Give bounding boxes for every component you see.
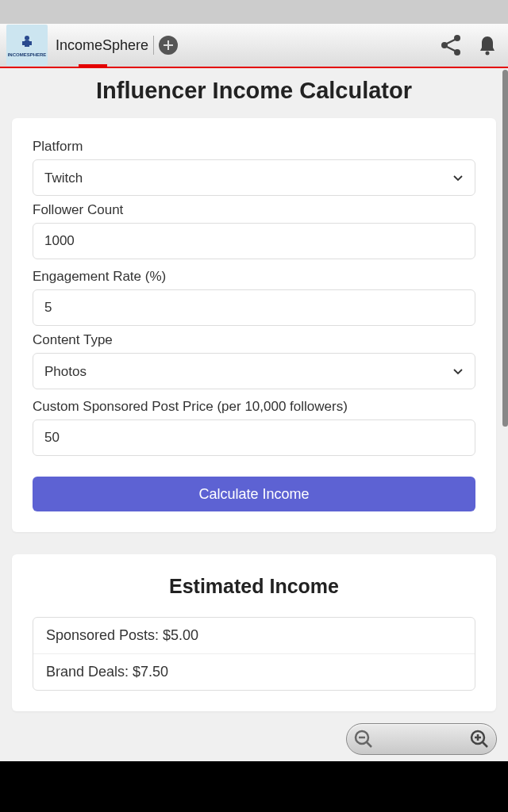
notifications-button[interactable]	[476, 34, 498, 56]
result-item: Sponsored Posts: $5.00	[33, 618, 475, 654]
active-tab-indicator	[79, 64, 107, 68]
page-content: Influencer Income Calculator Platform Tw…	[0, 78, 508, 711]
svg-line-9	[447, 40, 455, 44]
add-button[interactable]	[159, 36, 178, 55]
zoom-control[interactable]	[346, 723, 497, 755]
app-logo[interactable]: INCOMESPHERE	[6, 25, 48, 66]
plus-icon	[163, 40, 174, 51]
platform-label: Platform	[33, 139, 475, 155]
zoom-in-icon	[469, 729, 490, 749]
bottom-nav-bar	[0, 761, 508, 812]
svg-rect-3	[29, 41, 32, 45]
zoom-out-icon	[353, 729, 374, 749]
engagement-rate-label: Engagement Rate (%)	[33, 269, 475, 285]
logo-figure-icon	[17, 33, 37, 52]
follower-count-label: Follower Count	[33, 202, 475, 218]
follower-count-input[interactable]	[33, 223, 475, 259]
status-bar	[0, 0, 508, 24]
logo-text: INCOMESPHERE	[8, 52, 47, 57]
scrollbar[interactable]	[502, 70, 508, 427]
share-button[interactable]	[438, 33, 464, 58]
svg-line-16	[483, 742, 487, 747]
content-type-select[interactable]: Photos	[33, 353, 475, 389]
header-divider	[153, 36, 154, 55]
page-title: Influencer Income Calculator	[12, 78, 496, 104]
results-list: Sponsored Posts: $5.00 Brand Deals: $7.5…	[33, 617, 475, 691]
svg-line-13	[367, 742, 371, 747]
platform-select[interactable]: Twitch	[33, 159, 475, 196]
app-name: IncomeSphere	[52, 37, 148, 54]
svg-line-10	[447, 47, 455, 51]
zoom-out-button[interactable]	[352, 727, 375, 751]
results-title: Estimated Income	[33, 575, 475, 598]
share-icon	[438, 33, 464, 58]
svg-rect-1	[25, 40, 29, 47]
svg-point-0	[25, 36, 29, 40]
zoom-in-button[interactable]	[468, 727, 491, 751]
svg-rect-5	[164, 44, 173, 46]
custom-price-input[interactable]	[33, 419, 475, 456]
engagement-rate-input[interactable]	[33, 289, 475, 326]
app-header: INCOMESPHERE IncomeSphere	[0, 24, 508, 68]
custom-price-label: Custom Sponsored Post Price (per 10,000 …	[33, 399, 475, 415]
results-card: Estimated Income Sponsored Posts: $5.00 …	[12, 554, 496, 711]
svg-point-11	[486, 52, 490, 56]
calculate-button[interactable]: Calculate Income	[33, 477, 475, 511]
bell-icon	[476, 34, 498, 56]
svg-rect-2	[22, 41, 25, 45]
result-item: Brand Deals: $7.50	[33, 654, 475, 690]
content-type-label: Content Type	[33, 332, 475, 348]
calculator-form-card: Platform Twitch Follower Count Engagemen…	[12, 118, 496, 532]
